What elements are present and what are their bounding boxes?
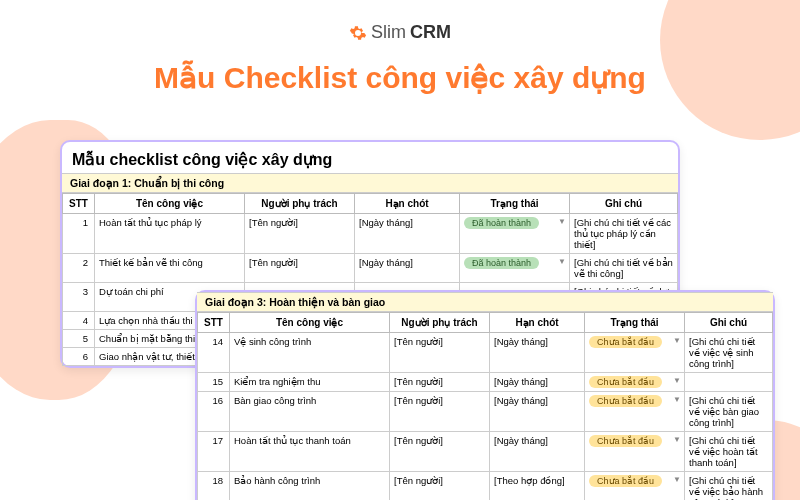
- table-row: 16Bàn giao công trình[Tên người][Ngày th…: [198, 392, 773, 432]
- chevron-down-icon[interactable]: ▼: [558, 217, 566, 226]
- th-note: Ghi chú: [685, 313, 773, 333]
- table-row: 17Hoàn tất thủ tục thanh toán[Tên người]…: [198, 432, 773, 472]
- cell-name: Hoàn tất thủ tục thanh toán: [230, 432, 390, 472]
- header: SlimCRM: [0, 0, 800, 46]
- th-name: Tên công việc: [95, 194, 245, 214]
- checklist-card-2: Giai đoạn 3: Hoàn thiện và bàn giao STT …: [195, 290, 775, 500]
- cell-stt: 18: [198, 472, 230, 501]
- cell-note[interactable]: [Ghi chú chi tiết về việc bảo hành công …: [685, 472, 773, 501]
- cell-stt: 2: [63, 254, 95, 283]
- status-pill: Chưa bắt đầu: [589, 336, 662, 348]
- cell-status[interactable]: Chưa bắt đầu▼: [585, 472, 685, 501]
- cell-deadline[interactable]: [Ngày tháng]: [490, 333, 585, 373]
- chevron-down-icon[interactable]: ▼: [673, 336, 681, 345]
- cell-name: Thiết kế bản vẽ thi công: [95, 254, 245, 283]
- cell-stt: 17: [198, 432, 230, 472]
- cell-note[interactable]: [Ghi chú chi tiết về việc bàn giao công …: [685, 392, 773, 432]
- section-header: Giai đoạn 3: Hoàn thiện và bàn giao: [197, 292, 773, 312]
- cell-note[interactable]: [Ghi chú chi tiết về việc vệ sinh công t…: [685, 333, 773, 373]
- cell-name: Bảo hành công trình: [230, 472, 390, 501]
- status-pill: Đã hoàn thành: [464, 217, 539, 229]
- th-name: Tên công việc: [230, 313, 390, 333]
- cell-person[interactable]: [Tên người]: [390, 472, 490, 501]
- cell-deadline[interactable]: [Ngày tháng]: [355, 214, 460, 254]
- card-title: Mẫu checklist công việc xây dựng: [62, 142, 678, 173]
- cell-status[interactable]: Đã hoàn thành▼: [460, 214, 570, 254]
- cell-stt: 3: [63, 283, 95, 312]
- th-deadline: Hạn chót: [490, 313, 585, 333]
- chevron-down-icon[interactable]: ▼: [673, 475, 681, 484]
- cell-note[interactable]: [Ghi chú chi tiết về việc hoàn tất thanh…: [685, 432, 773, 472]
- table-row: 18Bảo hành công trình[Tên người][Theo hợ…: [198, 472, 773, 501]
- main-title: Mẫu Checklist công việc xây dựng: [0, 60, 800, 95]
- status-pill: Chưa bắt đầu: [589, 376, 662, 388]
- th-stt: STT: [198, 313, 230, 333]
- cell-name: Kiểm tra nghiệm thu: [230, 373, 390, 392]
- cell-note[interactable]: [Ghi chú chi tiết về các thủ tục pháp lý…: [570, 214, 678, 254]
- cell-status[interactable]: Chưa bắt đầu▼: [585, 392, 685, 432]
- table-row: 14Vệ sinh công trình[Tên người][Ngày thá…: [198, 333, 773, 373]
- table-row: 2Thiết kế bản vẽ thi công[Tên người][Ngà…: [63, 254, 678, 283]
- cell-status[interactable]: Chưa bắt đầu▼: [585, 333, 685, 373]
- chevron-down-icon[interactable]: ▼: [673, 395, 681, 404]
- cell-stt: 14: [198, 333, 230, 373]
- th-person: Người phụ trách: [245, 194, 355, 214]
- th-note: Ghi chú: [570, 194, 678, 214]
- cell-note[interactable]: [Ghi chú chi tiết về bản vẽ thi công]: [570, 254, 678, 283]
- cell-deadline[interactable]: [Ngày tháng]: [355, 254, 460, 283]
- th-person: Người phụ trách: [390, 313, 490, 333]
- cell-stt: 16: [198, 392, 230, 432]
- cell-stt: 5: [63, 330, 95, 348]
- status-pill: Đã hoàn thành: [464, 257, 539, 269]
- status-pill: Chưa bắt đầu: [589, 435, 662, 447]
- cell-deadline[interactable]: [Ngày tháng]: [490, 373, 585, 392]
- cell-person[interactable]: [Tên người]: [390, 333, 490, 373]
- cell-person[interactable]: [Tên người]: [390, 373, 490, 392]
- cell-status[interactable]: Chưa bắt đầu▼: [585, 373, 685, 392]
- th-status: Trạng thái: [585, 313, 685, 333]
- cell-status[interactable]: Chưa bắt đầu▼: [585, 432, 685, 472]
- cell-status[interactable]: Đã hoàn thành▼: [460, 254, 570, 283]
- checklist-table-2: STT Tên công việc Người phụ trách Hạn ch…: [197, 312, 773, 500]
- cell-person[interactable]: [Tên người]: [245, 214, 355, 254]
- cell-note[interactable]: [685, 373, 773, 392]
- section-header: Giai đoạn 1: Chuẩn bị thi công: [62, 173, 678, 193]
- status-pill: Chưa bắt đầu: [589, 395, 662, 407]
- cell-stt: 4: [63, 312, 95, 330]
- cell-person[interactable]: [Tên người]: [245, 254, 355, 283]
- cell-deadline[interactable]: [Ngày tháng]: [490, 392, 585, 432]
- table-row: 15Kiểm tra nghiệm thu[Tên người][Ngày th…: [198, 373, 773, 392]
- table-row: 1Hoàn tất thủ tục pháp lý[Tên người][Ngà…: [63, 214, 678, 254]
- chevron-down-icon[interactable]: ▼: [673, 376, 681, 385]
- cell-person[interactable]: [Tên người]: [390, 392, 490, 432]
- cell-stt: 6: [63, 348, 95, 366]
- th-stt: STT: [63, 194, 95, 214]
- logo-text-crm: CRM: [410, 22, 451, 43]
- cell-name: Hoàn tất thủ tục pháp lý: [95, 214, 245, 254]
- logo-text-slim: Slim: [371, 22, 406, 43]
- th-deadline: Hạn chót: [355, 194, 460, 214]
- status-pill: Chưa bắt đầu: [589, 475, 662, 487]
- chevron-down-icon[interactable]: ▼: [673, 435, 681, 444]
- th-status: Trạng thái: [460, 194, 570, 214]
- logo: SlimCRM: [349, 22, 451, 43]
- cell-person[interactable]: [Tên người]: [390, 432, 490, 472]
- cell-deadline[interactable]: [Theo hợp đồng]: [490, 472, 585, 501]
- gear-icon: [349, 24, 367, 42]
- chevron-down-icon[interactable]: ▼: [558, 257, 566, 266]
- cell-stt: 15: [198, 373, 230, 392]
- cell-name: Bàn giao công trình: [230, 392, 390, 432]
- cell-name: Vệ sinh công trình: [230, 333, 390, 373]
- cell-stt: 1: [63, 214, 95, 254]
- cell-deadline[interactable]: [Ngày tháng]: [490, 432, 585, 472]
